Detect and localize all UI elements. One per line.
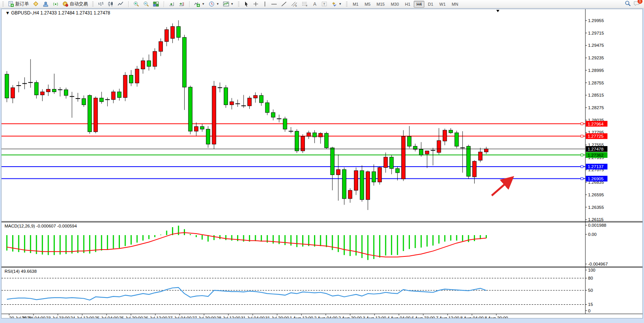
toolbar-grip[interactable] bbox=[2, 2, 4, 7]
timeframe-button-m15[interactable]: M15 bbox=[374, 1, 387, 8]
templates-caret[interactable]: ▼ bbox=[231, 2, 234, 6]
bear-candle[interactable] bbox=[64, 90, 68, 95]
notifications-button[interactable]: 1 bbox=[633, 0, 640, 8]
equidistant-channel-button[interactable]: E bbox=[289, 0, 299, 8]
timeframe-button-h4[interactable]: H4 bbox=[414, 1, 424, 8]
time-axis-label[interactable]: 25 Jul 20:00 bbox=[119, 316, 143, 318]
arrows-caret[interactable]: ▼ bbox=[339, 2, 342, 6]
bear-candle[interactable] bbox=[117, 92, 121, 97]
bear-candle[interactable] bbox=[360, 170, 364, 199]
bear-candle[interactable] bbox=[419, 150, 423, 155]
bull-candle[interactable] bbox=[366, 172, 370, 200]
bear-candle[interactable] bbox=[100, 98, 104, 102]
chart-shift-button[interactable] bbox=[177, 0, 186, 8]
periods-button[interactable]: ▼ bbox=[207, 0, 221, 8]
time-axis-label[interactable]: 4 Aug 04:00 bbox=[387, 316, 410, 318]
bear-candle[interactable] bbox=[260, 95, 263, 103]
bull-candle[interactable] bbox=[159, 41, 163, 51]
cursor-button[interactable] bbox=[242, 0, 250, 8]
bear-candle[interactable] bbox=[330, 148, 334, 175]
bull-candle[interactable] bbox=[46, 89, 50, 92]
zoom-out-button[interactable] bbox=[142, 0, 151, 8]
zoom-in-button[interactable] bbox=[132, 0, 141, 8]
bear-candle[interactable] bbox=[224, 88, 228, 105]
signals-button[interactable] bbox=[51, 0, 60, 8]
bear-candle[interactable] bbox=[271, 113, 275, 117]
bear-candle[interactable] bbox=[183, 37, 187, 87]
timeframe-button-m5[interactable]: M5 bbox=[362, 1, 373, 8]
chart-area[interactable]: 1.299551.297151.294751.292351.289951.287… bbox=[1, 9, 643, 318]
timeframe-button-m30[interactable]: M30 bbox=[388, 1, 402, 8]
bear-candle[interactable] bbox=[390, 157, 394, 169]
templates-button[interactable]: ▼ bbox=[222, 0, 235, 8]
bull-candle[interactable] bbox=[248, 98, 252, 106]
timeframe-button-mn[interactable]: MN bbox=[449, 1, 461, 8]
bear-candle[interactable] bbox=[325, 133, 328, 148]
bull-candle[interactable] bbox=[348, 190, 352, 199]
timeframe-button-d1[interactable]: D1 bbox=[425, 1, 436, 8]
line-handle[interactable] bbox=[581, 178, 583, 180]
bull-candle[interactable] bbox=[153, 51, 157, 67]
time-axis-label[interactable]: 1 Aug 12:00 bbox=[290, 316, 313, 318]
tile-windows-button[interactable] bbox=[151, 0, 161, 8]
bull-candle[interactable] bbox=[253, 95, 257, 98]
bear-candle[interactable] bbox=[206, 129, 210, 144]
bull-candle[interactable] bbox=[485, 149, 488, 152]
auto-scroll-button[interactable] bbox=[167, 0, 176, 8]
bull-candle[interactable] bbox=[112, 92, 115, 99]
time-axis-label[interactable]: 27 Jul 04:00 bbox=[168, 316, 192, 318]
time-axis-label[interactable]: 26 Jul 12:00 bbox=[143, 316, 167, 318]
bull-candle[interactable] bbox=[171, 27, 174, 38]
time-axis-label[interactable]: 27 Jul 20:00 bbox=[192, 316, 216, 318]
bear-candle[interactable] bbox=[35, 83, 38, 95]
bear-candle[interactable] bbox=[407, 137, 411, 146]
bull-candle[interactable] bbox=[307, 133, 311, 137]
search-icon[interactable] bbox=[625, 0, 631, 8]
bull-candle[interactable] bbox=[94, 98, 97, 132]
timeframe-button-m1[interactable]: M1 bbox=[350, 1, 361, 8]
time-axis-label[interactable]: 2 Aug 04:00 bbox=[314, 316, 337, 318]
terminal-button[interactable] bbox=[41, 0, 50, 8]
bull-candle[interactable] bbox=[354, 170, 358, 190]
time-axis-label[interactable]: 21 Jul 04:00 bbox=[22, 316, 46, 318]
candlestick-button[interactable] bbox=[106, 0, 115, 8]
bear-candle[interactable] bbox=[52, 89, 56, 92]
bull-candle[interactable] bbox=[378, 167, 382, 182]
time-axis-label[interactable]: 8 Aug 20:00 bbox=[485, 316, 508, 318]
time-axis-label[interactable]: 25 Jul 04:00 bbox=[95, 316, 119, 318]
vertical-line-button[interactable] bbox=[261, 0, 269, 8]
text-button[interactable]: A bbox=[311, 0, 319, 8]
time-axis-label[interactable]: 2 Aug 20:00 bbox=[338, 316, 362, 318]
bear-candle[interactable] bbox=[449, 130, 453, 133]
bear-candle[interactable] bbox=[5, 74, 9, 98]
bull-candle[interactable] bbox=[319, 133, 322, 137]
bear-candle[interactable] bbox=[82, 99, 86, 105]
bull-candle[interactable] bbox=[230, 102, 234, 105]
time-axis-label[interactable]: 23 Jul 23:00 bbox=[46, 316, 70, 318]
bear-candle[interactable] bbox=[467, 146, 470, 176]
bull-candle[interactable] bbox=[135, 69, 139, 83]
bear-candle[interactable] bbox=[200, 127, 204, 129]
bull-candle[interactable] bbox=[40, 92, 44, 95]
bear-candle[interactable] bbox=[295, 131, 299, 151]
new-order-button[interactable]: 新订单 bbox=[6, 0, 30, 8]
periods-caret[interactable]: ▼ bbox=[216, 2, 219, 6]
timeframe-button-h1[interactable]: H1 bbox=[402, 1, 413, 8]
bear-candle[interactable] bbox=[129, 75, 133, 83]
bear-candle[interactable] bbox=[395, 169, 399, 173]
toolbar-grip[interactable] bbox=[92, 2, 94, 7]
time-axis-label[interactable]: 6 Aug 23:00 bbox=[411, 316, 435, 318]
bull-candle[interactable] bbox=[336, 170, 340, 175]
line-chart-button[interactable] bbox=[116, 0, 125, 8]
bull-candle[interactable] bbox=[437, 140, 441, 152]
indicators-caret[interactable]: ▼ bbox=[202, 2, 205, 6]
bear-candle[interactable] bbox=[372, 172, 376, 182]
price-chart[interactable]: 1.299551.297151.294751.292351.289951.287… bbox=[2, 9, 642, 318]
bear-candle[interactable] bbox=[177, 27, 180, 38]
bear-candle[interactable] bbox=[188, 87, 192, 131]
time-axis-label[interactable]: 7 Aug 12:00 bbox=[436, 316, 459, 318]
bar-chart-button[interactable] bbox=[96, 0, 105, 8]
bull-candle[interactable] bbox=[443, 130, 447, 141]
bear-candle[interactable] bbox=[88, 95, 92, 132]
fibonacci-button[interactable]: F bbox=[300, 0, 310, 8]
